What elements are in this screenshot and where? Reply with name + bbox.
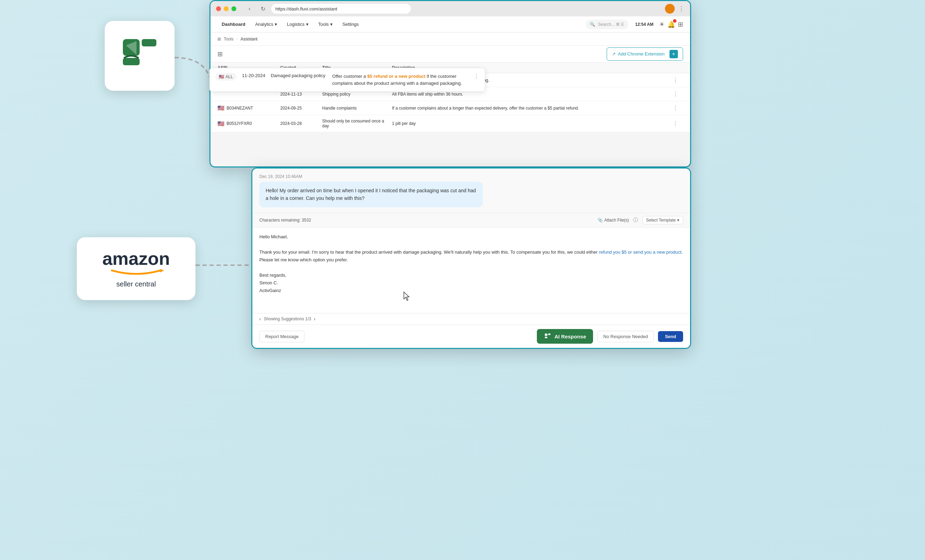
minimize-button[interactable] (224, 6, 229, 11)
ai-response-label: AI Response (554, 334, 586, 339)
refresh-button[interactable]: ↻ (258, 4, 268, 14)
suggestions-next-arrow[interactable]: › (314, 316, 316, 322)
browser-titlebar: ‹ ↻ https://dash.fluvi.com/assistant ⋮ (211, 1, 690, 17)
nav-tools[interactable]: Tools ▾ (314, 20, 337, 29)
tools-label: Tools (318, 22, 329, 27)
overlay-flag-icon: 🇺🇸 (219, 74, 224, 79)
more-btn-2[interactable]: ⋮ (673, 91, 683, 97)
send-label: Send (665, 334, 676, 339)
asin-cell-3: 🇺🇸 B034NEZANT (217, 105, 280, 111)
customer-message-text: Hello! My order arrived on time but when… (266, 188, 476, 201)
tools-chevron-icon: ▾ (330, 22, 333, 27)
search-icon: 🔍 (590, 22, 595, 27)
nav-analytics[interactable]: Analytics ▾ (251, 20, 281, 29)
ai-logo-icon (544, 333, 551, 340)
nav-settings[interactable]: Settings (338, 20, 363, 29)
created-2: 2024-11-13 (280, 92, 322, 96)
search-placeholder-text: Search... ⌘ E (598, 22, 624, 27)
maximize-button[interactable] (231, 6, 236, 11)
attach-label: Attach File(s) (604, 218, 629, 223)
info-icon[interactable]: ⓘ (633, 217, 638, 223)
compose-body-1: Thank you for your email. I'm sorry to h… (259, 250, 599, 255)
report-message-button[interactable]: Report Message (259, 331, 304, 342)
template-label: Select Template (646, 218, 676, 223)
svg-rect-7 (548, 334, 550, 335)
chat-footer: Report Message AI Response No Response N… (252, 325, 690, 348)
desc-3: If a customer complains about a longer t… (392, 106, 673, 111)
suggestions-text: Showing Suggestions 1/3 (264, 316, 311, 321)
svg-marker-4 (160, 269, 164, 272)
navigation-menu: Dashboard Analytics ▾ Logistics ▾ Tools … (211, 17, 690, 32)
asin-cell-4: 🇺🇸 B053JYFXR0 (217, 120, 280, 127)
header-icons: ☀ 🔔 ⊞ (659, 21, 683, 28)
compose-link-text[interactable]: refund you $5 or send you a new product (599, 250, 681, 255)
desc-4: 1 pill per day (392, 121, 673, 126)
amazon-name-text: amazon (102, 250, 170, 268)
attach-files-button[interactable]: 📎 Attach File(s) (598, 218, 629, 223)
profile-avatar[interactable] (665, 4, 675, 14)
url-text: https://dash.fluvi.com/assistant (276, 6, 337, 12)
back-button[interactable]: ‹ (245, 4, 255, 14)
compose-area: Characters remaining: 3532 📎 Attach File… (252, 213, 690, 325)
created-4: 2024-03-28 (280, 121, 322, 126)
title-4: Should only be consumed once a day (322, 119, 392, 128)
overlay-desc-text-1: Offer customer a (332, 74, 367, 79)
svg-rect-3 (142, 39, 157, 47)
add-chrome-button[interactable]: ↗ Add Chrome Extension + (607, 47, 683, 61)
close-button[interactable] (216, 6, 221, 11)
amazon-seller-text: seller central (102, 280, 170, 288)
title-2: Shipping policy (322, 92, 392, 96)
nav-logistics[interactable]: Logistics ▾ (283, 20, 313, 29)
col-actions (673, 65, 683, 70)
compose-name: Simon C. (259, 279, 683, 287)
flag-icon-4: 🇺🇸 (217, 120, 224, 127)
more-btn-1[interactable]: ⋮ (673, 77, 683, 83)
amazon-logo: amazon seller central (102, 250, 170, 288)
title-3: Handle complaints (322, 106, 392, 111)
more-btn-3[interactable]: ⋮ (673, 105, 683, 111)
suggestions-prev-arrow[interactable]: ‹ (259, 316, 261, 322)
select-template-dropdown[interactable]: Select Template ▾ (642, 216, 683, 224)
overlay-title: Damaged packaging policy (271, 73, 327, 78)
send-button[interactable]: Send (658, 331, 683, 342)
table-row[interactable]: 🇺🇸 B053JYFXR0 2024-03-28 Should only be … (211, 115, 690, 132)
desc-2: All FBA items will ship within 36 hours. (392, 92, 673, 96)
external-link-icon: ↗ (612, 51, 616, 57)
toolbar-right-actions: 📎 Attach File(s) ⓘ Select Template ▾ (598, 216, 683, 224)
overlay-badge: 🇺🇸 ALL (215, 73, 236, 81)
asin-text-4: B053JYFXR0 (226, 121, 252, 126)
breadcrumb-current: Assistant (241, 37, 258, 42)
overlay-more-btn[interactable]: ⋮ (474, 73, 479, 80)
table-icon: ⊞ (217, 50, 223, 58)
svg-rect-6 (545, 337, 547, 339)
ai-response-button[interactable]: AI Response (537, 329, 593, 344)
more-btn-4[interactable]: ⋮ (673, 120, 683, 127)
svg-rect-2 (123, 58, 140, 65)
notification-bell[interactable]: 🔔 (667, 21, 675, 28)
compose-company: ActivGainz (259, 287, 683, 295)
no-response-needed-button[interactable]: No Response Needed (597, 331, 654, 342)
breadcrumb: ⊞ Tools › Assistant (211, 32, 690, 46)
analytics-label: Analytics (255, 22, 273, 27)
add-chrome-label: Add Chrome Extension (618, 51, 664, 57)
compose-signoff: Best regards, (259, 271, 683, 279)
table-row[interactable]: 🇺🇸 B034NEZANT 2024-09-25 Handle complain… (211, 101, 690, 115)
breadcrumb-parent[interactable]: Tools (224, 37, 234, 42)
report-message-label: Report Message (265, 334, 298, 339)
breadcrumb-separator: › (236, 37, 238, 42)
sun-icon[interactable]: ☀ (659, 21, 664, 28)
compose-body[interactable]: Hello Michael, Thank you for your email.… (252, 227, 690, 313)
settings-label: Settings (342, 22, 359, 27)
chat-header: Dec 19, 2024 10:46AM Hello! My order arr… (252, 169, 690, 213)
search-bar[interactable]: 🔍 Search... ⌘ E (586, 20, 628, 29)
grid-icon[interactable]: ⊞ (678, 21, 683, 28)
more-options-icon[interactable]: ⋮ (678, 5, 684, 12)
compose-greeting: Hello Michael, (259, 233, 683, 241)
notification-badge-dot (673, 19, 676, 23)
url-bar[interactable]: https://dash.fluvi.com/assistant (271, 4, 411, 14)
suggestions-bar: ‹ Showing Suggestions 1/3 › (252, 313, 690, 325)
nav-dashboard[interactable]: Dashboard (217, 20, 250, 29)
logistics-label: Logistics (287, 22, 305, 27)
flag-icon-3: 🇺🇸 (217, 105, 224, 111)
dashboard-label: Dashboard (221, 22, 246, 27)
